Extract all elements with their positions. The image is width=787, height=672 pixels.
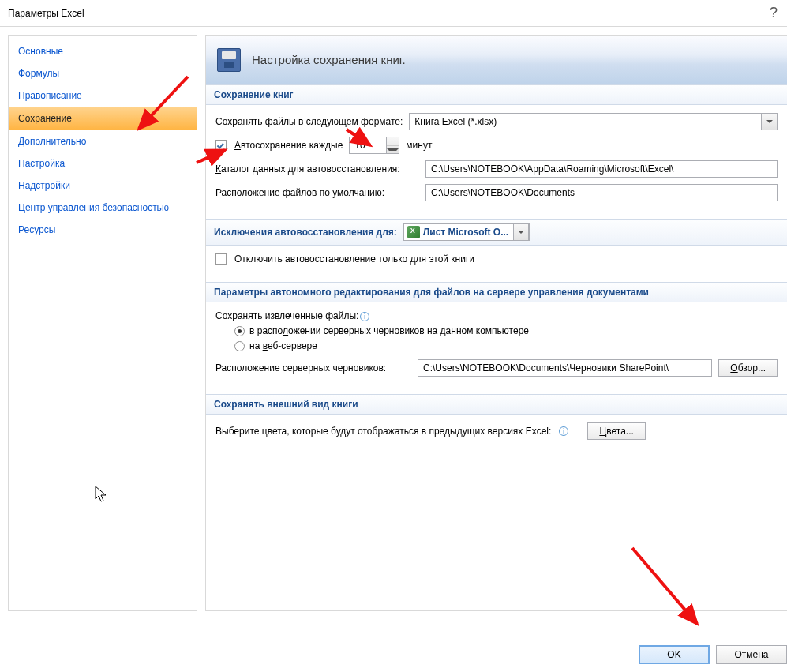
content-pane: Настройка сохранения книг. Сохранение кн… [205, 35, 787, 611]
ok-button[interactable]: OK [639, 645, 710, 664]
section-save-books-header: Сохранение книг [206, 84, 787, 105]
radio-web-server[interactable]: на веб-сервере [234, 340, 778, 351]
dialog-footer: OK Отмена [639, 645, 787, 664]
sidebar-item-addins[interactable]: Надстройки [9, 175, 197, 197]
autosave-checkbox[interactable] [215, 140, 227, 151]
save-format-dropdown[interactable] [409, 113, 778, 130]
spinner-down-icon[interactable] [387, 146, 399, 154]
section-offline-header: Параметры автономного редактирования для… [206, 282, 787, 302]
sidebar-item-general[interactable]: Основные [9, 40, 197, 62]
drafts-location-input[interactable] [418, 359, 712, 377]
exceptions-workbook-dropdown[interactable]: Лист Microsoft O... [403, 223, 530, 241]
radio-web-server-label: на веб-сервере [249, 340, 317, 351]
cancel-button[interactable]: Отмена [716, 645, 787, 664]
default-location-input[interactable] [425, 184, 778, 201]
sidebar-item-formulas[interactable]: Формулы [9, 62, 197, 84]
browse-button[interactable]: Обзор... [718, 359, 778, 377]
colors-button[interactable]: Цвета... [587, 422, 645, 440]
spinner-up-icon[interactable] [387, 137, 399, 146]
section-exceptions-header: Исключения автовосстановления для: Лист … [206, 219, 787, 246]
chevron-down-icon[interactable] [513, 223, 529, 241]
radio-local-drafts[interactable]: в расположении серверных черновиков на д… [234, 325, 778, 336]
drafts-location-label: Расположение серверных черновиков: [215, 362, 411, 374]
sidebar-item-trust-center[interactable]: Центр управления безопасностью [9, 197, 197, 219]
radio-local-drafts-label: в расположении серверных черновиков на д… [249, 325, 529, 336]
sidebar-item-customize[interactable]: Настройка [9, 152, 197, 175]
window-title: Параметры Excel [8, 8, 84, 19]
sidebar-item-proofing[interactable]: Правописание [9, 84, 197, 107]
colors-text: Выберите цвета, которые будут отображать… [215, 426, 551, 437]
disable-autorecover-checkbox[interactable] [215, 253, 227, 265]
autosave-minutes-input[interactable] [349, 137, 387, 154]
floppy-disk-icon [217, 48, 241, 72]
info-icon[interactable]: i [360, 312, 369, 321]
page-title: Настройка сохранения книг. [252, 53, 406, 66]
autorecover-dir-label: Каталог данных для автовосстановления: [215, 163, 419, 175]
autosave-spinner[interactable] [387, 137, 399, 154]
excel-file-icon [407, 226, 420, 238]
autosave-label: Автосохранение каждые [234, 140, 343, 151]
save-format-label: Сохранять файлы в следующем формате: [215, 116, 403, 127]
exceptions-workbook-value: Лист Microsoft O... [423, 227, 513, 238]
help-icon[interactable]: ? [770, 5, 778, 21]
section-appearance-header: Сохранять внешний вид книги [206, 394, 787, 415]
page-header: Настройка сохранения книг. [206, 36, 787, 84]
save-extracted-label: Сохранять извлеченные файлы: [215, 310, 358, 321]
sidebar-item-resources[interactable]: Ресурсы [9, 219, 197, 241]
sidebar-item-save[interactable]: Сохранение [9, 107, 197, 130]
exceptions-title: Исключения автовосстановления для: [214, 227, 397, 238]
autorecover-dir-input[interactable] [425, 160, 778, 178]
default-location-label: Расположение файлов по умолчанию: [215, 187, 419, 198]
info-icon[interactable]: i [559, 426, 568, 436]
save-format-value[interactable] [409, 113, 762, 130]
chevron-down-icon[interactable] [762, 113, 778, 130]
minutes-label: минут [406, 140, 432, 151]
category-sidebar: Основные Формулы Правописание Сохранение… [8, 35, 197, 611]
disable-autorecover-label: Отключить автовосстановление только для … [234, 253, 474, 265]
sidebar-item-advanced[interactable]: Дополнительно [9, 130, 197, 152]
window-titlebar: Параметры Excel ? [0, 0, 787, 27]
